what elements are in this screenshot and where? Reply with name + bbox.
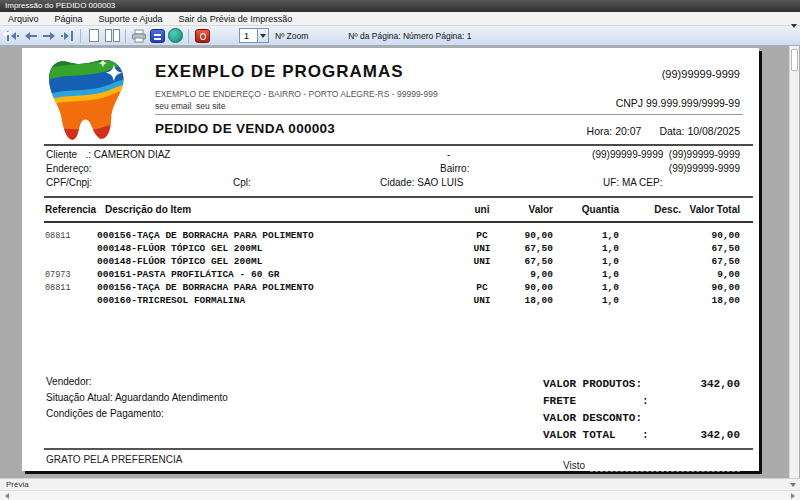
section-divider bbox=[44, 144, 753, 146]
client-address-label: Endereço: bbox=[46, 163, 92, 174]
row-valor: 18,00 bbox=[524, 295, 553, 306]
row-total: 67,50 bbox=[711, 243, 740, 254]
zoom-select[interactable]: 1 bbox=[239, 28, 269, 43]
frete-row: FRETE : bbox=[22, 395, 759, 410]
window-title: Impressão do PEDIDO 000003 bbox=[5, 1, 115, 10]
col-referencia: Referencia bbox=[45, 204, 96, 215]
row-ref: 08811 bbox=[45, 231, 71, 241]
row-uni: PC bbox=[460, 230, 504, 241]
company-contact-links: seu email seu site bbox=[155, 101, 225, 111]
client-row-3: CPF/Cnpj: Cpl: Cidade: SAO LUIS UF: MA C… bbox=[22, 177, 759, 191]
vertical-scrollbar-thumb[interactable] bbox=[791, 49, 798, 71]
row-qt: 1,0 bbox=[602, 230, 619, 241]
client-phones: (99)99999-9999 (99)99999-9999 bbox=[592, 149, 740, 160]
status-dropdown-icon[interactable] bbox=[790, 483, 796, 487]
client-phone2: (99)99999-9999 bbox=[669, 163, 740, 174]
table-header-divider bbox=[44, 221, 753, 223]
visto-signature-line bbox=[590, 471, 740, 472]
col-uni: uni bbox=[460, 204, 504, 215]
client-dash: - bbox=[447, 149, 450, 160]
menu-pagina[interactable]: Página bbox=[47, 12, 91, 26]
time-label: Hora: 20:07 bbox=[587, 125, 642, 137]
horizontal-scrollbar[interactable] bbox=[0, 490, 800, 500]
valor-total-row: VALOR TOTAL : 342,00 bbox=[22, 429, 759, 444]
document-page: EXEMPLO DE PROGRAMAS EXEMPLO DE ENDEREÇO… bbox=[22, 48, 759, 471]
time-date-line: Hora: 20:07Data: 10/08/2025 bbox=[587, 125, 740, 137]
exit-icon bbox=[195, 29, 210, 43]
total-label: VALOR PRODUTOS: bbox=[543, 378, 642, 390]
print-preview-window: Impressão do PEDIDO 000003 Arquivo Págin… bbox=[0, 0, 800, 500]
print-setup-button[interactable] bbox=[148, 28, 166, 44]
row-total: 18,00 bbox=[711, 295, 740, 306]
page-info-label: Nº da Página: Número Página: 1 bbox=[348, 31, 471, 41]
window-titlebar: Impressão do PEDIDO 000003 bbox=[0, 0, 800, 12]
row-uni: PC bbox=[460, 282, 504, 293]
company-phone: (99)99999-9999 bbox=[662, 68, 740, 80]
footer-divider bbox=[44, 448, 753, 450]
menu-arquivo[interactable]: Arquivo bbox=[0, 12, 47, 26]
row-valor: 9,00 bbox=[530, 269, 553, 280]
col-desc: Desc. bbox=[654, 204, 681, 215]
single-page-view-button[interactable] bbox=[85, 28, 103, 44]
scroll-left-icon[interactable] bbox=[5, 493, 9, 499]
two-page-icon bbox=[105, 29, 120, 42]
menu-sair-previa[interactable]: Sair da Prévia de Impressão bbox=[171, 12, 301, 26]
client-cpf-label: CPF/Cnpj: bbox=[46, 177, 92, 188]
exit-preview-button[interactable] bbox=[193, 28, 211, 44]
row-valor: 67,50 bbox=[524, 256, 553, 267]
row-qt: 1,0 bbox=[602, 295, 619, 306]
company-address: EXEMPLO DE ENDEREÇO - BAIRRO - PORTO ALE… bbox=[155, 89, 438, 99]
row-valor: 67,50 bbox=[524, 243, 553, 254]
last-page-button[interactable] bbox=[58, 28, 76, 44]
table-row: 000148-FLÚOR TÓPICO GEL 200ML UNI 67,50 … bbox=[22, 256, 759, 269]
row-desc: 000156-TAÇA DE BORRACHA PARA POLIMENTO bbox=[97, 282, 314, 293]
table-header: Referencia Descrição do Item uni Valor Q… bbox=[22, 204, 759, 218]
col-quantia: Quantia bbox=[582, 204, 619, 215]
zoom-label: Nº Zoom bbox=[275, 31, 308, 41]
row-desc: 000160-TRICRESOL FORMALINA bbox=[97, 295, 245, 306]
row-desc: 000151-PASTA PROFILÁTICA - 60 GR bbox=[97, 269, 279, 280]
visto-label: Visto bbox=[563, 460, 585, 471]
toolbar-separator bbox=[188, 29, 189, 43]
col-valor-total: Valor Total bbox=[690, 204, 740, 215]
table-row: 08811 000156-TAÇA DE BORRACHA PARA POLIM… bbox=[22, 282, 759, 295]
row-desc: 000148-FLÚOR TÓPICO GEL 200ML bbox=[97, 256, 262, 267]
total-label: VALOR TOTAL : bbox=[543, 429, 649, 441]
table-row: 000148-FLÚOR TÓPICO GEL 200ML UNI 67,50 … bbox=[22, 243, 759, 256]
client-name: Cliente .: CAMERON DIAZ bbox=[46, 149, 170, 160]
total-label: VALOR DESCONTO: bbox=[543, 412, 642, 424]
row-total: 90,00 bbox=[711, 282, 740, 293]
previous-page-button[interactable] bbox=[22, 28, 40, 44]
print-button[interactable] bbox=[130, 28, 148, 44]
client-cpl-label: Cpl: bbox=[233, 177, 251, 188]
company-cnpj: CNPJ 99.999.999/9999-99 bbox=[616, 97, 740, 109]
toolbar-separator bbox=[125, 29, 126, 43]
row-desc: 000148-FLÚOR TÓPICO GEL 200ML bbox=[97, 243, 262, 254]
status-bar: Prévia bbox=[0, 478, 800, 490]
vertical-scrollbar[interactable] bbox=[789, 46, 799, 478]
header-divider bbox=[155, 114, 743, 115]
export-button[interactable] bbox=[166, 28, 184, 44]
status-label: Prévia bbox=[6, 480, 29, 489]
zoom-dropdown-button[interactable] bbox=[257, 29, 268, 42]
next-page-button[interactable] bbox=[40, 28, 58, 44]
printer-icon bbox=[131, 29, 147, 43]
first-page-button[interactable] bbox=[4, 28, 22, 44]
preview-area: EXEMPLO DE PROGRAMAS EXEMPLO DE ENDEREÇO… bbox=[0, 46, 800, 478]
scroll-right-icon[interactable] bbox=[791, 493, 795, 499]
menu-suporte-ajuda[interactable]: Suporte e Ajuda bbox=[91, 12, 171, 26]
last-page-icon bbox=[60, 31, 74, 41]
menu-bar: Arquivo Página Suporte e Ajuda Sair da P… bbox=[0, 12, 800, 26]
row-total: 9,00 bbox=[717, 269, 740, 280]
row-ref: 07973 bbox=[45, 270, 71, 280]
row-desc: 000156-TAÇA DE BORRACHA PARA POLIMENTO bbox=[97, 230, 314, 241]
toolbar-overflow-icon[interactable] bbox=[791, 28, 797, 46]
total-produtos-row: VALOR PRODUTOS: 342,00 bbox=[22, 378, 759, 393]
table-row: 000160-TRICRESOL FORMALINA UNI 18,00 1,0… bbox=[22, 295, 759, 308]
row-valor: 90,00 bbox=[524, 230, 553, 241]
two-page-view-button[interactable] bbox=[103, 28, 121, 44]
previous-page-icon bbox=[24, 31, 38, 41]
total-value: 342,00 bbox=[700, 378, 740, 390]
client-uf-cep: UF: MA CEP: bbox=[603, 177, 662, 188]
date-label: Data: 10/08/2025 bbox=[659, 125, 740, 137]
